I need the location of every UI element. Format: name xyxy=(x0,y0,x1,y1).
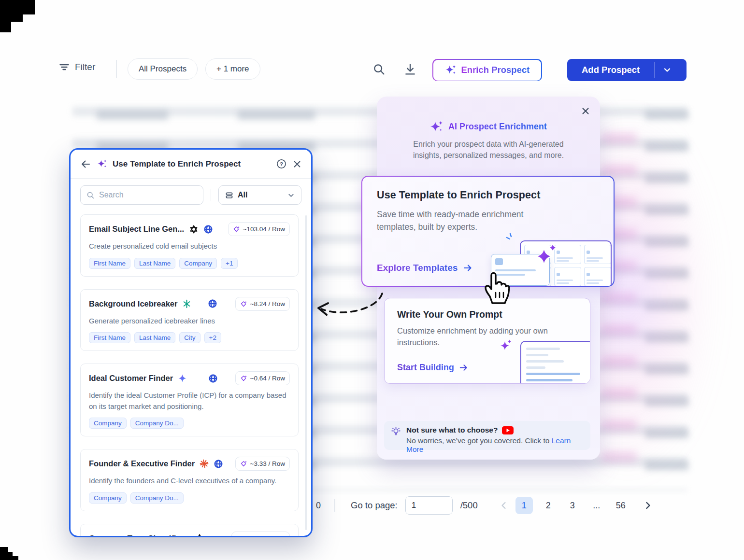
globe-icon xyxy=(214,459,223,469)
tag: First Name xyxy=(89,332,130,343)
panel-header: AI Prospect Enrichment xyxy=(377,120,600,133)
template-card-email-subject[interactable]: Email Subject Line Gen... ~103.04 / Row xyxy=(80,214,299,277)
sparkle-ai-icon xyxy=(445,64,457,76)
help-box-title: Not sure what to choose? xyxy=(406,426,498,434)
page-ellipsis: ... xyxy=(588,497,605,514)
template-name: Company Type Classifier... xyxy=(89,534,190,538)
help-box-text-prefix: No worries, we’ve got you covered. Click… xyxy=(406,436,552,445)
go-to-page-input[interactable] xyxy=(405,496,453,515)
page-button-3[interactable]: 3 xyxy=(564,497,581,514)
add-button-label: Add Prospect xyxy=(582,65,640,75)
help-box-text: No worries, we’ve got you covered. Click… xyxy=(406,436,584,454)
page-button-2[interactable]: 2 xyxy=(540,497,557,514)
modal-header: Use Template to Enrich Prospect ? xyxy=(71,150,311,179)
chip-label: + 1 more xyxy=(216,64,249,74)
modal-search-row: All xyxy=(71,179,311,210)
write-prompt-card-title: Write Your Own Prompt xyxy=(397,309,577,320)
credit-gem-icon xyxy=(236,535,243,538)
template-tags: Company Company Do... xyxy=(89,418,290,429)
cost-text: ~103.04 / Row xyxy=(243,225,285,233)
corner-mark xyxy=(0,14,23,22)
enrich-button-label: Enrich Prospect xyxy=(461,65,530,75)
chevron-right-icon[interactable] xyxy=(643,501,653,510)
template-description: Generate personalized icebreaker lines xyxy=(89,316,290,327)
template-tags: First Name Last Name Company +1 xyxy=(89,258,290,269)
credit-gem-icon xyxy=(240,460,247,467)
chip-more-filters[interactable]: + 1 more xyxy=(205,58,260,80)
app-canvas: Filter All Prospects + 1 more Enrich Pro… xyxy=(0,0,744,560)
arrow-right-icon xyxy=(459,363,468,372)
sparkle-blue-icon xyxy=(178,374,187,383)
cost-text: ~3.33 / Row xyxy=(250,460,285,467)
page-button-1[interactable]: 1 xyxy=(515,497,533,514)
modal-title: Use Template to Enrich Prospect xyxy=(113,159,270,169)
templates-illustration xyxy=(514,236,612,286)
download-button[interactable] xyxy=(403,63,417,76)
add-prospect-dropdown[interactable] xyxy=(655,59,680,81)
globe-icon xyxy=(208,299,217,308)
modal-scrollbar[interactable] xyxy=(305,215,307,530)
template-card-ideal-customer[interactable]: Ideal Customer Finder ~0.64 / Row Iden xyxy=(80,364,299,436)
help-box: Not sure what to choose? No worries, we’… xyxy=(384,421,590,450)
search-icon xyxy=(372,63,386,76)
explore-templates-link[interactable]: Explore Templates xyxy=(377,263,472,273)
cursor-hand-icon xyxy=(481,268,511,305)
tag: Last Name xyxy=(134,332,175,343)
write-prompt-card[interactable]: Write Your Own Prompt Customize enrichme… xyxy=(384,298,590,384)
chevron-left-icon[interactable] xyxy=(499,501,509,510)
template-search-box[interactable] xyxy=(80,185,203,205)
add-prospect-label-area[interactable]: Add Prospect xyxy=(567,59,654,81)
template-tags: First Name Last Name City +2 xyxy=(89,332,290,343)
template-description: Create personalized cold email subjects xyxy=(89,241,290,252)
enrich-prospect-button[interactable]: Enrich Prospect xyxy=(432,59,542,81)
use-template-card-title: Use Template to Enrich Prospect xyxy=(377,189,599,201)
start-building-link[interactable]: Start Building xyxy=(397,363,468,373)
help-icon[interactable]: ? xyxy=(276,159,286,169)
start-building-label: Start Building xyxy=(397,363,454,373)
filter-button[interactable]: Filter xyxy=(59,62,95,72)
chip-all-prospects[interactable]: All Prospects xyxy=(128,58,198,80)
download-icon xyxy=(403,63,417,76)
globe-icon xyxy=(208,374,218,383)
sparkle-ai-icon xyxy=(97,159,107,169)
arrow-right-icon xyxy=(463,263,472,273)
add-prospect-button[interactable]: Add Prospect xyxy=(567,59,687,81)
template-list: Email Subject Line Gen... ~103.04 / Row xyxy=(71,210,311,537)
explore-templates-label: Explore Templates xyxy=(377,263,458,273)
credit-gem-icon xyxy=(233,225,240,233)
chevron-down-icon xyxy=(287,192,295,199)
go-to-page-label: Go to page: xyxy=(351,500,398,511)
close-icon[interactable] xyxy=(293,160,301,168)
corner-mark xyxy=(0,547,8,552)
tag-more: +1 xyxy=(221,258,238,269)
template-search-input[interactable] xyxy=(99,191,197,199)
template-card-founder-finder[interactable]: Founder & Executive Finder ~3.33 / Row xyxy=(80,449,299,511)
tag-more: +2 xyxy=(204,332,221,343)
tag: Company Do... xyxy=(130,418,184,429)
tag: Company Do... xyxy=(130,492,184,504)
rows-filter-icon xyxy=(225,191,233,199)
template-description: Identify the ideal Customer Profile (ICP… xyxy=(89,390,292,412)
page-button-56[interactable]: 56 xyxy=(612,497,630,514)
template-description: Identify the founders and C-level execut… xyxy=(89,476,290,487)
close-icon[interactable] xyxy=(581,106,590,116)
toolbar-divider xyxy=(116,60,117,78)
tag: City xyxy=(179,332,200,343)
use-template-card-description: Save time with ready-made enrichment tem… xyxy=(377,208,536,234)
panel-subtitle: Enrich your prospect data with AI-genera… xyxy=(399,139,578,161)
back-arrow-icon[interactable] xyxy=(80,159,91,169)
prompt-illustration xyxy=(520,341,590,384)
credit-gem-icon xyxy=(240,300,247,308)
template-card-company-classifier[interactable]: Company Type Classifier... ~76.02 / Row … xyxy=(80,524,299,538)
cost-badge: ~76.02 / Row xyxy=(231,532,290,538)
search-button[interactable] xyxy=(372,63,386,76)
svg-text:?: ? xyxy=(280,161,283,167)
corner-mark xyxy=(0,22,11,32)
category-dropdown[interactable]: All xyxy=(218,185,301,205)
youtube-icon[interactable] xyxy=(502,426,514,434)
click-burst-icon xyxy=(505,233,516,243)
corner-mark xyxy=(0,0,35,14)
template-card-background-icebreaker[interactable]: Background Icebreaker ~8.24 / Row Gene xyxy=(80,289,299,351)
pagination-divider xyxy=(334,499,335,512)
corner-mark xyxy=(0,552,13,556)
